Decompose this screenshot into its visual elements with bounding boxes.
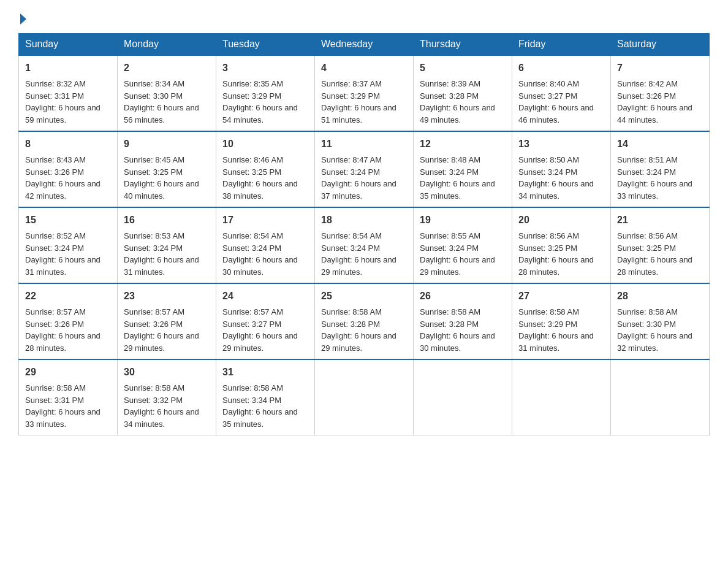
day-number: 4 [321,61,407,75]
calendar-day-cell: 27Sunrise: 8:58 AMSunset: 3:29 PMDayligh… [512,283,611,359]
day-number: 21 [617,213,703,228]
calendar-body: 1Sunrise: 8:32 AMSunset: 3:31 PMDaylight… [19,55,710,435]
calendar-day-cell: 14Sunrise: 8:51 AMSunset: 3:24 PMDayligh… [611,131,710,207]
day-info: Sunrise: 8:52 AMSunset: 3:24 PMDaylight:… [25,231,100,277]
calendar-day-cell: 28Sunrise: 8:58 AMSunset: 3:30 PMDayligh… [611,283,710,359]
day-number: 18 [321,213,407,228]
day-number: 6 [518,61,604,75]
calendar-day-cell: 18Sunrise: 8:54 AMSunset: 3:24 PMDayligh… [315,207,414,283]
calendar-day-cell: 16Sunrise: 8:53 AMSunset: 3:24 PMDayligh… [118,207,216,283]
calendar-week-row: 29Sunrise: 8:58 AMSunset: 3:31 PMDayligh… [19,359,710,435]
day-number: 8 [25,137,111,151]
day-info: Sunrise: 8:42 AMSunset: 3:26 PMDaylight:… [617,79,692,124]
calendar-week-row: 15Sunrise: 8:52 AMSunset: 3:24 PMDayligh… [19,207,710,283]
day-info: Sunrise: 8:58 AMSunset: 3:28 PMDaylight:… [321,307,396,353]
calendar-day-cell [315,359,414,435]
calendar-day-cell: 25Sunrise: 8:58 AMSunset: 3:28 PMDayligh… [315,283,414,359]
calendar-day-cell: 6Sunrise: 8:40 AMSunset: 3:27 PMDaylight… [512,55,611,131]
day-number: 30 [124,365,210,380]
calendar-day-cell: 15Sunrise: 8:52 AMSunset: 3:24 PMDayligh… [19,207,118,283]
calendar-day-cell: 10Sunrise: 8:46 AMSunset: 3:25 PMDayligh… [216,131,315,207]
day-info: Sunrise: 8:53 AMSunset: 3:24 PMDaylight:… [124,231,199,277]
calendar-day-header: Friday [512,34,611,56]
calendar-day-cell: 7Sunrise: 8:42 AMSunset: 3:26 PMDaylight… [611,55,710,131]
day-number: 14 [617,137,703,151]
day-number: 22 [25,289,111,304]
calendar-day-header: Tuesday [216,34,315,56]
day-info: Sunrise: 8:58 AMSunset: 3:28 PMDaylight:… [420,307,495,353]
day-number: 13 [518,137,604,151]
day-number: 19 [420,213,506,228]
calendar-day-cell: 29Sunrise: 8:58 AMSunset: 3:31 PMDayligh… [19,359,118,435]
day-number: 27 [518,289,604,304]
day-info: Sunrise: 8:54 AMSunset: 3:24 PMDaylight:… [321,231,396,277]
day-number: 3 [222,61,308,75]
day-number: 15 [25,213,111,228]
day-info: Sunrise: 8:58 AMSunset: 3:29 PMDaylight:… [518,307,594,353]
calendar-day-cell: 12Sunrise: 8:48 AMSunset: 3:24 PMDayligh… [414,131,512,207]
calendar-day-cell: 23Sunrise: 8:57 AMSunset: 3:26 PMDayligh… [118,283,216,359]
calendar-header-row: SundayMondayTuesdayWednesdayThursdayFrid… [19,34,710,56]
calendar-day-header: Saturday [611,34,710,56]
calendar-table: SundayMondayTuesdayWednesdayThursdayFrid… [18,33,710,435]
day-info: Sunrise: 8:58 AMSunset: 3:30 PMDaylight:… [617,307,692,353]
day-number: 5 [420,61,506,75]
page-header [18,12,710,22]
day-info: Sunrise: 8:46 AMSunset: 3:25 PMDaylight:… [222,155,298,201]
calendar-day-cell [414,359,512,435]
day-info: Sunrise: 8:51 AMSunset: 3:24 PMDaylight:… [617,155,692,201]
calendar-day-cell: 11Sunrise: 8:47 AMSunset: 3:24 PMDayligh… [315,131,414,207]
day-info: Sunrise: 8:47 AMSunset: 3:24 PMDaylight:… [321,155,396,201]
day-info: Sunrise: 8:58 AMSunset: 3:32 PMDaylight:… [124,383,199,429]
calendar-day-cell: 24Sunrise: 8:57 AMSunset: 3:27 PMDayligh… [216,283,315,359]
calendar-day-cell: 30Sunrise: 8:58 AMSunset: 3:32 PMDayligh… [118,359,216,435]
calendar-day-cell: 26Sunrise: 8:58 AMSunset: 3:28 PMDayligh… [414,283,512,359]
calendar-day-cell: 5Sunrise: 8:39 AMSunset: 3:28 PMDaylight… [414,55,512,131]
calendar-day-cell: 8Sunrise: 8:43 AMSunset: 3:26 PMDaylight… [19,131,118,207]
day-info: Sunrise: 8:40 AMSunset: 3:27 PMDaylight:… [518,79,594,124]
calendar-day-cell: 21Sunrise: 8:56 AMSunset: 3:25 PMDayligh… [611,207,710,283]
day-info: Sunrise: 8:39 AMSunset: 3:28 PMDaylight:… [420,79,495,124]
calendar-day-cell [512,359,611,435]
calendar-day-cell: 2Sunrise: 8:34 AMSunset: 3:30 PMDaylight… [118,55,216,131]
calendar-day-cell: 13Sunrise: 8:50 AMSunset: 3:24 PMDayligh… [512,131,611,207]
day-info: Sunrise: 8:57 AMSunset: 3:26 PMDaylight:… [25,307,100,353]
day-number: 1 [25,61,111,75]
day-number: 2 [124,61,210,75]
calendar-day-cell: 31Sunrise: 8:58 AMSunset: 3:34 PMDayligh… [216,359,315,435]
day-number: 7 [617,61,703,75]
day-number: 24 [222,289,308,304]
day-number: 9 [124,137,210,151]
day-info: Sunrise: 8:45 AMSunset: 3:25 PMDaylight:… [124,155,199,201]
day-info: Sunrise: 8:35 AMSunset: 3:29 PMDaylight:… [222,79,298,124]
day-info: Sunrise: 8:54 AMSunset: 3:24 PMDaylight:… [222,231,298,277]
day-info: Sunrise: 8:48 AMSunset: 3:24 PMDaylight:… [420,155,495,201]
day-number: 23 [124,289,210,304]
day-info: Sunrise: 8:56 AMSunset: 3:25 PMDaylight:… [617,231,692,277]
calendar-day-cell: 20Sunrise: 8:56 AMSunset: 3:25 PMDayligh… [512,207,611,283]
calendar-week-row: 8Sunrise: 8:43 AMSunset: 3:26 PMDaylight… [19,131,710,207]
day-number: 16 [124,213,210,228]
day-number: 29 [25,365,111,380]
calendar-day-header: Thursday [414,34,512,56]
day-info: Sunrise: 8:34 AMSunset: 3:30 PMDaylight:… [124,79,199,124]
day-info: Sunrise: 8:37 AMSunset: 3:29 PMDaylight:… [321,79,396,124]
day-number: 17 [222,213,308,228]
day-number: 12 [420,137,506,151]
calendar-day-cell: 9Sunrise: 8:45 AMSunset: 3:25 PMDaylight… [118,131,216,207]
day-info: Sunrise: 8:55 AMSunset: 3:24 PMDaylight:… [420,231,495,277]
calendar-day-cell: 19Sunrise: 8:55 AMSunset: 3:24 PMDayligh… [414,207,512,283]
calendar-week-row: 22Sunrise: 8:57 AMSunset: 3:26 PMDayligh… [19,283,710,359]
calendar-day-header: Wednesday [315,34,414,56]
calendar-day-header: Sunday [19,34,118,56]
logo-arrow-icon [20,13,26,25]
day-number: 26 [420,289,506,304]
day-info: Sunrise: 8:58 AMSunset: 3:31 PMDaylight:… [25,383,100,429]
calendar-day-cell: 17Sunrise: 8:54 AMSunset: 3:24 PMDayligh… [216,207,315,283]
calendar-day-cell: 3Sunrise: 8:35 AMSunset: 3:29 PMDaylight… [216,55,315,131]
day-info: Sunrise: 8:57 AMSunset: 3:26 PMDaylight:… [124,307,199,353]
day-number: 10 [222,137,308,151]
calendar-week-row: 1Sunrise: 8:32 AMSunset: 3:31 PMDaylight… [19,55,710,131]
day-info: Sunrise: 8:56 AMSunset: 3:25 PMDaylight:… [518,231,594,277]
day-number: 31 [222,365,308,380]
